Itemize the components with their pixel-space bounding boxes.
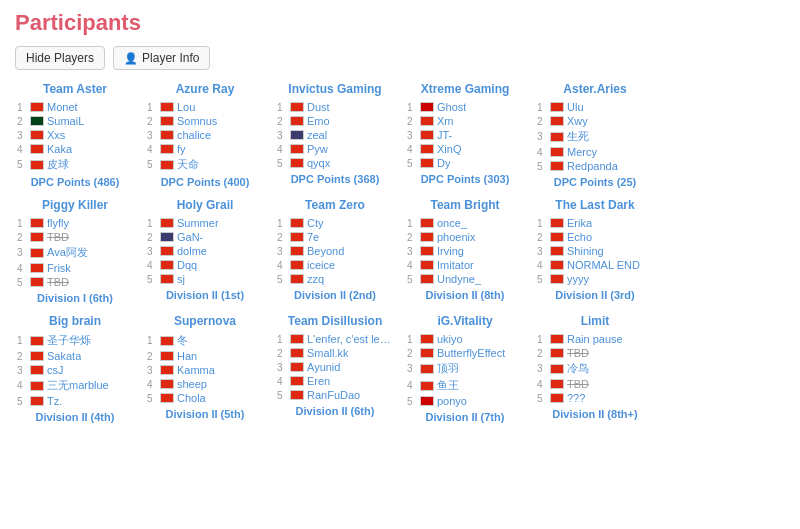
player-name[interactable]: zeal <box>307 129 327 141</box>
player-name[interactable]: SumaiL <box>47 115 84 127</box>
player-name[interactable]: 冬 <box>177 333 188 348</box>
player-info-button[interactable]: Player Info <box>113 46 210 70</box>
player-name[interactable]: Dqq <box>177 259 197 271</box>
player-name[interactable]: TBD <box>47 231 69 243</box>
player-flag <box>30 160 44 170</box>
player-name[interactable]: Undyne_ <box>437 273 481 285</box>
player-flag <box>30 277 44 287</box>
player-name[interactable]: 圣子华烁 <box>47 333 91 348</box>
hide-players-button[interactable]: Hide Players <box>15 46 105 70</box>
player-name[interactable]: 皮球 <box>47 157 69 172</box>
player-name[interactable]: Erika <box>567 217 592 229</box>
player-number: 4 <box>277 144 287 155</box>
player-name[interactable]: Xxs <box>47 129 65 141</box>
player-name[interactable]: Ulu <box>567 101 584 113</box>
player-name[interactable]: Small.kk <box>307 347 349 359</box>
player-name[interactable]: dolme <box>177 245 207 257</box>
player-name[interactable]: 生死 <box>567 129 589 144</box>
player-name[interactable]: Monet <box>47 101 78 113</box>
player-name[interactable]: 三无marblue <box>47 378 109 393</box>
player-name[interactable]: Kaka <box>47 143 72 155</box>
player-name[interactable]: Sakata <box>47 350 81 362</box>
player-number: 1 <box>17 335 27 346</box>
player-flag <box>420 381 434 391</box>
team-block: Holy Grail1Summer2GaN-3dolme4Dqq5sjDivis… <box>145 198 265 304</box>
player-name[interactable]: TBD <box>567 378 589 390</box>
player-name[interactable]: Cty <box>307 217 324 229</box>
player-name[interactable]: 7e <box>307 231 319 243</box>
player-row: 3chalice <box>145 128 265 142</box>
player-name[interactable]: Xm <box>437 115 454 127</box>
player-row: 1Cty <box>275 216 395 230</box>
player-name[interactable]: Frisk <box>47 262 71 274</box>
player-name[interactable]: 鱼王 <box>437 378 459 393</box>
player-name[interactable]: Tz. <box>47 395 62 407</box>
player-name[interactable]: Xwy <box>567 115 588 127</box>
player-row: 1flyfly <box>15 216 135 230</box>
player-name[interactable]: Ayunid <box>307 361 340 373</box>
player-name[interactable]: zzq <box>307 273 324 285</box>
player-name[interactable]: Han <box>177 350 197 362</box>
player-name[interactable]: TBD <box>567 347 589 359</box>
player-name[interactable]: 顶羽 <box>437 361 459 376</box>
player-name[interactable]: JT- <box>437 129 452 141</box>
player-name[interactable]: Chola <box>177 392 206 404</box>
team-block: Azure Ray1Lou2Somnus3chalice4fy5天命DPC Po… <box>145 82 265 188</box>
player-row: 1Dust <box>275 100 395 114</box>
player-name[interactable]: Rain pause <box>567 333 623 345</box>
player-row: 4Imitator <box>405 258 525 272</box>
division-label: Division II (4th) <box>15 411 135 423</box>
player-name[interactable]: iceice <box>307 259 335 271</box>
player-name[interactable]: Somnus <box>177 115 217 127</box>
player-name[interactable]: Kamma <box>177 364 215 376</box>
player-flag <box>30 263 44 273</box>
player-name[interactable]: 天命 <box>177 157 199 172</box>
player-name[interactable]: Summer <box>177 217 219 229</box>
player-flag <box>550 132 564 142</box>
player-name[interactable]: GaN- <box>177 231 203 243</box>
player-name[interactable]: qyqx <box>307 157 330 169</box>
player-flag <box>160 232 174 242</box>
player-flag <box>550 102 564 112</box>
player-name[interactable]: TBD <box>47 276 69 288</box>
player-name[interactable]: flyfly <box>47 217 69 229</box>
player-flag <box>550 364 564 374</box>
player-name[interactable]: ukiyo <box>437 333 463 345</box>
player-name[interactable]: Dust <box>307 101 330 113</box>
player-name[interactable]: sj <box>177 273 185 285</box>
player-name[interactable]: 冷鸟 <box>567 361 589 376</box>
player-flag <box>160 379 174 389</box>
player-name[interactable]: ponyo <box>437 395 467 407</box>
player-name[interactable]: sheep <box>177 378 207 390</box>
player-name[interactable]: phoenix <box>437 231 476 243</box>
player-name[interactable]: Ghost <box>437 101 466 113</box>
player-name[interactable]: Mercy <box>567 146 597 158</box>
player-name[interactable]: Beyond <box>307 245 344 257</box>
player-name[interactable]: Imitator <box>437 259 474 271</box>
player-name[interactable]: RanFuDao <box>307 389 360 401</box>
player-name[interactable]: Redpanda <box>567 160 618 172</box>
player-name[interactable]: Shining <box>567 245 604 257</box>
player-name[interactable]: chalice <box>177 129 211 141</box>
player-name[interactable]: NORMAL END <box>567 259 640 271</box>
player-name[interactable]: ButterflyEffect <box>437 347 505 359</box>
player-name[interactable]: ??? <box>567 392 585 404</box>
player-name[interactable]: Pyw <box>307 143 328 155</box>
player-name[interactable]: yyyy <box>567 273 589 285</box>
player-name[interactable]: once_ <box>437 217 467 229</box>
player-row: 4鱼王 <box>405 377 525 394</box>
player-name[interactable]: Ava阿发 <box>47 245 88 260</box>
player-name[interactable]: Dy <box>437 157 450 169</box>
player-name[interactable]: Echo <box>567 231 592 243</box>
team-block: Supernova1冬2Han3Kamma4sheep5CholaDivisio… <box>145 314 265 423</box>
player-name[interactable]: Eren <box>307 375 330 387</box>
player-name[interactable]: fy <box>177 143 186 155</box>
player-name[interactable]: Irving <box>437 245 464 257</box>
player-name[interactable]: Emo <box>307 115 330 127</box>
player-name[interactable]: XinQ <box>437 143 461 155</box>
player-name[interactable]: csJ <box>47 364 64 376</box>
player-name[interactable]: Lou <box>177 101 195 113</box>
player-name[interactable]: L'enfer, c'est les aut... <box>307 333 393 345</box>
player-number: 2 <box>277 116 287 127</box>
player-number: 5 <box>407 396 417 407</box>
